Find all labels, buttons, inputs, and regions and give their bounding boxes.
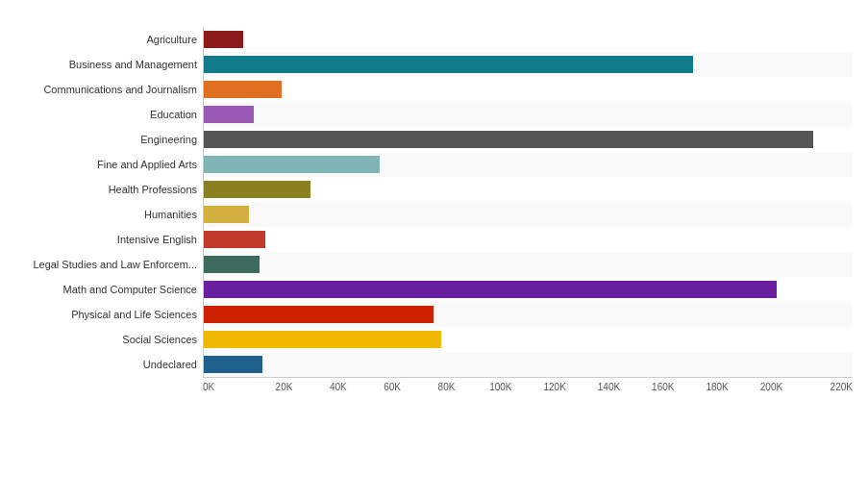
x-tick-label: 0K — [203, 382, 257, 392]
bar-label: Humanities — [144, 202, 203, 227]
bar — [204, 281, 777, 298]
x-tick-label: 100K — [474, 382, 528, 392]
bar-row — [204, 227, 853, 252]
bar-label: Legal Studies and Law Enforcem... — [33, 252, 203, 277]
bar-label: Social Sciences — [122, 327, 203, 352]
bar — [204, 256, 260, 273]
bar — [204, 306, 434, 323]
bar-label: Agriculture — [146, 27, 203, 52]
labels-column: AgricultureBusiness and ManagementCommun… — [15, 27, 203, 378]
bar-label: Health Professions — [109, 177, 203, 202]
bar-row — [204, 127, 853, 152]
bar — [204, 131, 813, 148]
bar-label: Physical and Life Sciences — [71, 302, 203, 327]
bar-row — [204, 77, 853, 102]
x-tick-label: 120K — [528, 382, 582, 392]
x-tick-label: 180K — [690, 382, 744, 392]
bar-label: Business and Management — [69, 52, 203, 77]
bars-column — [203, 27, 853, 378]
bar-row — [204, 302, 853, 327]
bar — [204, 356, 262, 373]
bar — [204, 231, 265, 248]
chart-container: AgricultureBusiness and ManagementCommun… — [15, 27, 853, 392]
bar-row — [204, 177, 853, 202]
bar-label: Education — [150, 102, 203, 127]
bar — [204, 206, 249, 223]
bar-label: Undeclared — [143, 352, 203, 377]
bar-row — [204, 352, 853, 377]
bar-row — [204, 102, 853, 127]
bar-label: Engineering — [140, 127, 203, 152]
bar-row — [204, 252, 853, 277]
x-tick-label: 220K — [799, 382, 853, 392]
bar-row — [204, 152, 853, 177]
x-axis: 0K20K40K60K80K100K120K140K160K180K200K22… — [203, 378, 853, 392]
bar-row — [204, 52, 853, 77]
x-tick-label: 40K — [311, 382, 365, 392]
x-tick-label: 160K — [636, 382, 690, 392]
bar-label: Fine and Applied Arts — [97, 152, 203, 177]
bar — [204, 56, 693, 73]
x-tick-label: 200K — [744, 382, 798, 392]
bar-label: Intensive English — [117, 227, 203, 252]
chart-area: AgricultureBusiness and ManagementCommun… — [15, 27, 853, 378]
bar-label: Math and Computer Science — [63, 277, 203, 302]
x-tick-label: 60K — [365, 382, 419, 392]
bar — [204, 181, 310, 198]
bar-row — [204, 277, 853, 302]
x-tick-label: 140K — [582, 382, 635, 392]
bar — [204, 81, 282, 98]
x-tick-label: 80K — [419, 382, 473, 392]
bar — [204, 331, 441, 348]
bar-row — [204, 27, 853, 52]
x-tick-label: 20K — [257, 382, 310, 392]
bar-row — [204, 202, 853, 227]
bar — [204, 106, 254, 123]
bar-label: Communications and Journalism — [43, 77, 203, 102]
bar — [204, 156, 380, 173]
bar — [204, 31, 243, 48]
bar-row — [204, 327, 853, 352]
